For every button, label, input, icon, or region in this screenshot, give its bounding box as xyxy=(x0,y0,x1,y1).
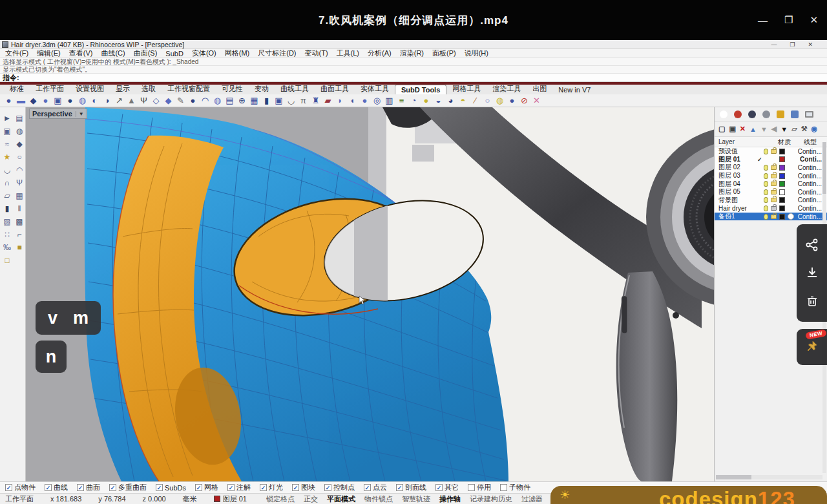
layer-row[interactable]: 图层 01 ✓ Conti... xyxy=(715,156,827,164)
toolbar-icon[interactable]: ▥ xyxy=(383,95,395,107)
layer-material-ball-icon[interactable] xyxy=(788,213,794,220)
toolbar-tab[interactable]: 工作平面 xyxy=(30,83,70,94)
command-prompt-input[interactable]: 指令: xyxy=(0,74,827,82)
status-toggle[interactable]: 记录建构历史 xyxy=(470,494,512,504)
toolbar-icon[interactable]: ◇ xyxy=(150,95,162,107)
toolbar-icon[interactable]: π xyxy=(297,95,309,107)
filter-icon[interactable]: ▼ xyxy=(780,125,788,133)
rhino-maximize-button[interactable]: ❐ xyxy=(790,41,795,48)
cylinder-icon[interactable]: ○ xyxy=(14,151,25,162)
toolbar-tab[interactable]: 渲染工具 xyxy=(487,83,527,94)
layer-visibility-bulb-icon[interactable] xyxy=(764,189,768,195)
checkbox-icon[interactable] xyxy=(156,484,163,491)
sun-panel-tab[interactable] xyxy=(791,110,799,118)
layer-visibility-bulb-icon[interactable] xyxy=(764,173,768,179)
checkbox-icon[interactable] xyxy=(500,484,507,491)
status-toggle[interactable]: 过滤器 xyxy=(521,494,543,504)
toolbar-icon[interactable]: ♜ xyxy=(309,95,322,107)
layer-lock-icon[interactable] xyxy=(771,149,777,154)
share-icon[interactable] xyxy=(805,238,819,252)
menu-item[interactable]: 工具(L) xyxy=(337,48,359,58)
toolbar-tab[interactable]: 可见性 xyxy=(216,83,249,94)
toolbar-icon[interactable]: ● xyxy=(420,95,432,107)
layer-tools-icon[interactable]: ⚒ xyxy=(801,125,808,133)
toolbar-icon[interactable]: ◓ xyxy=(457,95,469,107)
delete-icon[interactable] xyxy=(805,294,819,308)
toolbar-tab[interactable]: 变动 xyxy=(249,83,275,94)
selection-filter-item[interactable]: 图块 xyxy=(292,483,315,492)
lock-closed-icon[interactable]: ■ xyxy=(14,242,25,253)
video-close-button[interactable]: ✕ xyxy=(810,14,818,26)
toolbar-tab[interactable]: 显示 xyxy=(110,83,136,94)
selection-filter-item[interactable]: 注解 xyxy=(227,483,251,492)
libraries-panel-tab[interactable] xyxy=(777,110,784,118)
layer-color-swatch[interactable] xyxy=(779,173,785,179)
toolbar-tab[interactable]: 网格工具 xyxy=(446,83,487,94)
layer-color-swatch[interactable] xyxy=(779,165,785,171)
viewport-title-dropdown[interactable]: Perspective ▼ xyxy=(29,109,87,119)
toolbar-icon[interactable]: ● xyxy=(187,95,199,107)
layer-color-swatch[interactable] xyxy=(779,181,785,187)
video-maximize-button[interactable]: ❐ xyxy=(784,14,793,26)
move-down-icon[interactable]: ▼ xyxy=(760,125,768,133)
toolbar-icon[interactable]: ▤ xyxy=(224,95,236,107)
layer-visibility-bulb-icon[interactable] xyxy=(764,181,768,187)
toolbar-icon[interactable]: ○ xyxy=(481,95,494,107)
layer-row[interactable]: 预设值 ✓ Contin... xyxy=(715,147,827,156)
materials-panel-tab[interactable] xyxy=(734,110,742,118)
toolbar-tab[interactable]: 标准 xyxy=(4,83,30,94)
toolbar-icon[interactable]: ▮ xyxy=(260,95,273,107)
viewport-3d-canvas[interactable] xyxy=(26,107,714,481)
lock-open-icon[interactable]: □ xyxy=(1,255,13,266)
layer-row[interactable]: 背景图 ✓ Contin... xyxy=(715,196,827,205)
toolbar-icon[interactable]: ▰ xyxy=(322,95,334,107)
toolbar-tab[interactable]: 曲线工具 xyxy=(275,83,315,94)
wave-lines-icon[interactable]: ≈ xyxy=(1,138,13,149)
layer-color-swatch[interactable] xyxy=(779,156,785,162)
layer-row[interactable]: 备份1 ✓ Contin... xyxy=(715,213,827,221)
status-toggle[interactable]: 锁定格点 xyxy=(266,494,295,504)
toolbar-tab[interactable]: 出图 xyxy=(527,83,552,94)
toolbar-icon[interactable]: ◕ xyxy=(445,95,457,107)
rhino-minimize-button[interactable]: — xyxy=(771,41,777,48)
toolbar-tab[interactable]: New in V7 xyxy=(552,85,596,94)
layer-row[interactable]: 图层 05 ✓ Contin... xyxy=(715,188,827,196)
toolbar-icon[interactable]: ◆ xyxy=(162,95,174,107)
toolbar-icon[interactable]: ⊘ xyxy=(518,95,530,107)
checkbox-icon[interactable] xyxy=(109,484,116,491)
toolbar-icon[interactable]: ◍ xyxy=(494,95,506,107)
layer-visibility-bulb-icon[interactable] xyxy=(764,165,768,171)
checkbox-icon[interactable] xyxy=(468,484,475,491)
cplane-button[interactable]: 工作平面 xyxy=(5,494,34,504)
toolbar-icon[interactable]: ▣ xyxy=(273,95,285,107)
sheet-icon[interactable]: ▱ xyxy=(1,190,13,201)
layer-lock-icon[interactable] xyxy=(771,190,777,194)
toolbar-icon[interactable]: ● xyxy=(3,95,15,107)
link-panel-tab[interactable] xyxy=(762,110,770,118)
panel-horizontal-scrollbar[interactable] xyxy=(716,475,822,479)
layer-color-swatch[interactable] xyxy=(779,197,785,203)
layer-row[interactable]: 图层 03 ✓ Contin... xyxy=(715,172,827,180)
active-layer-chip[interactable]: 图层 01 xyxy=(214,494,247,504)
toolbar-icon[interactable]: ● xyxy=(506,95,518,107)
toolbar-icon[interactable]: ◖ xyxy=(346,95,359,107)
layer-visibility-bulb-icon[interactable] xyxy=(764,205,768,211)
layer-lock-icon[interactable] xyxy=(771,198,777,202)
status-toggle[interactable]: 物件锁点 xyxy=(364,494,393,504)
stairs-icon[interactable]: ⌐ xyxy=(14,229,25,240)
layer-row[interactable]: Hair dryer ✓ Contin... xyxy=(715,204,827,213)
layer-lock-icon[interactable] xyxy=(771,215,777,219)
checkbox-icon[interactable] xyxy=(77,484,84,491)
layer-row[interactable]: 图层 02 ✓ Contin... xyxy=(715,163,827,172)
toolbar-icon[interactable]: ◠ xyxy=(199,95,211,107)
selection-filter-item[interactable]: 子物件 xyxy=(500,483,530,492)
selection-filter-item[interactable]: 曲线 xyxy=(45,483,68,492)
monitor-panel-tab[interactable] xyxy=(805,111,813,118)
checkbox-icon[interactable] xyxy=(396,484,403,491)
toolbar-icon[interactable]: ▦ xyxy=(248,95,260,107)
checkbox-icon[interactable] xyxy=(324,484,331,491)
status-toggle[interactable]: 平面模式 xyxy=(327,494,355,504)
slant-panel-icon[interactable]: ▨ xyxy=(1,216,13,227)
toolbar-icon[interactable]: ▣ xyxy=(52,95,64,107)
toolbar-icon[interactable]: ◎ xyxy=(371,95,383,107)
